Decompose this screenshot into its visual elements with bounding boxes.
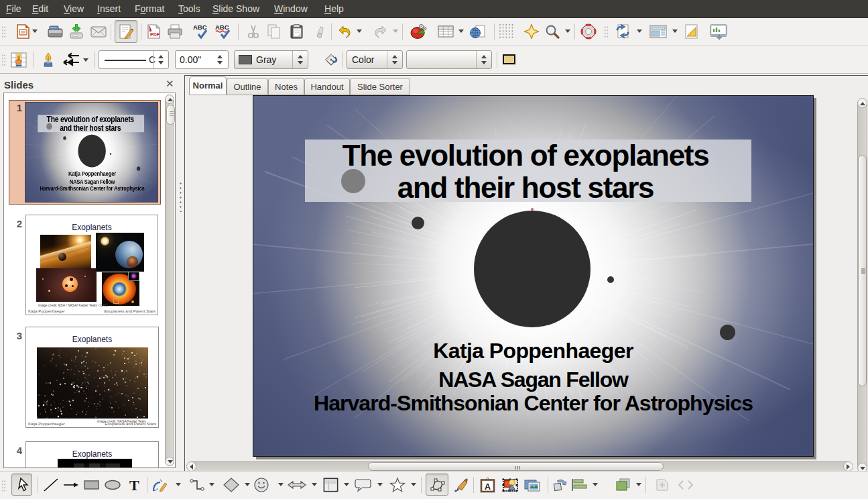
svg-text:ABC: ABC [193,23,207,31]
svg-text:PDF: PDF [150,32,160,37]
svg-text:T: T [129,477,139,493]
svg-text:A: A [485,482,491,492]
svg-text:ABC: ABC [215,23,229,31]
